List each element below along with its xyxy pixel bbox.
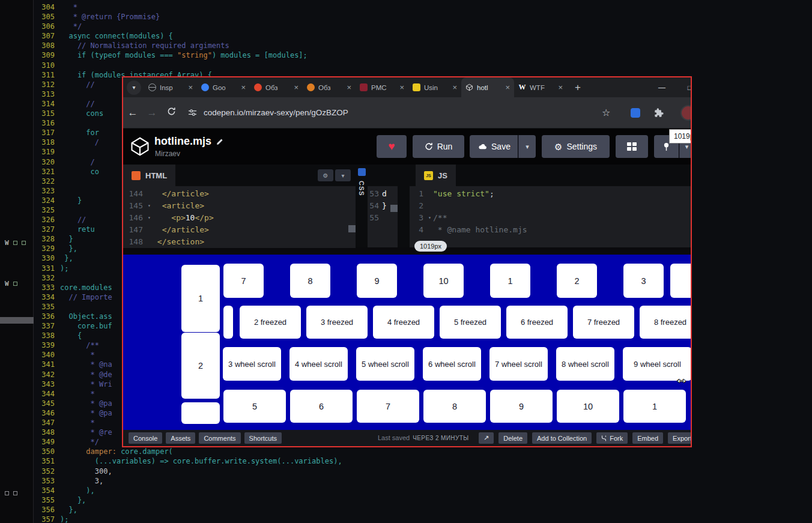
scrollbar-thumb[interactable] [348,225,356,232]
browser-tab[interactable]: W WTF × [514,77,567,97]
console-button[interactable]: Console [129,432,162,444]
panel-settings-button[interactable]: ⚙ [318,169,333,181]
hotline-card[interactable]: 7 [357,390,419,423]
tab-search-button[interactable]: ▾ [127,80,141,95]
export-button[interactable]: Export [668,432,692,444]
settings-button[interactable]: ⚙ Settings [542,135,610,158]
new-tab-button[interactable]: + [571,82,585,94]
fold-caret-icon[interactable]: ▾ [146,200,153,212]
browser-tab[interactable]: Обз × [250,77,303,97]
tab-js[interactable]: JS JS [416,165,456,186]
hotline-card[interactable]: 1 [623,390,686,423]
maximize-button[interactable]: □ [679,77,692,97]
shortcuts-button[interactable]: Shortcuts [244,432,282,444]
browser-tab[interactable]: Goo × [197,77,250,97]
hotline-card[interactable]: 1 [181,265,220,332]
delete-button[interactable]: Delete [498,432,527,444]
hotline-card[interactable]: 10 [557,390,619,423]
extensions-puzzle-icon[interactable] [654,108,664,120]
hotline-card[interactable]: 7 wheel scroll [489,347,548,381]
open-in-new-button[interactable]: ↗ [479,432,494,444]
close-icon[interactable]: × [347,83,351,92]
close-icon[interactable]: × [452,83,457,92]
hotline-card[interactable]: 5 [223,390,286,423]
hotline-card[interactable]: 7 freezed [573,306,634,339]
url-text[interactable]: codepen.io/mirzaev-sexy/pen/gOzBZOP [204,108,348,117]
hotline-card[interactable]: 4 wheel scroll [289,347,348,381]
address-bar[interactable]: codepen.io/mirzaev-sexy/pen/gOzBZOP [188,108,348,117]
add-to-collection-button[interactable]: Add to Collection [532,432,592,444]
fold-caret-icon[interactable]: ▾ [426,212,433,224]
panel-collapse-button[interactable]: ▾ [335,169,351,181]
close-icon[interactable]: × [505,83,510,92]
back-button[interactable]: ← [123,107,142,119]
hotline-card[interactable]: 9 [490,390,553,423]
change-view-button[interactable] [616,135,648,158]
panel-gutter[interactable] [398,165,410,247]
pen-author[interactable]: Mirzaev [155,150,180,158]
hotline-card[interactable]: 10 [423,264,464,298]
embed-button[interactable]: Embed [632,432,663,444]
hotline-card[interactable]: 8 freezed [640,306,691,339]
hotline-card[interactable]: 7 [223,264,264,298]
hotline-card[interactable]: 2 [181,333,220,399]
browser-tab-active[interactable]: hotl × [461,77,514,97]
hotline-card[interactable]: 8 [290,264,330,298]
hotline-card[interactable] [670,264,691,298]
codepen-logo-icon[interactable] [129,136,151,160]
browser-tab[interactable]: PMC × [356,77,408,97]
hotline-card[interactable]: 8 wheel scroll [556,347,614,381]
hotline-card[interactable]: 3 wheel scroll [223,347,281,381]
profile-avatar[interactable] [680,105,692,121]
hotline-card[interactable]: 6 [290,390,353,423]
hotline-card[interactable]: 6 freezed [506,306,568,339]
browser-tab[interactable]: Insp × [144,77,197,97]
gear-icon: ⚙ [554,142,562,151]
scrollbar-thumb[interactable] [390,205,398,212]
comments-button[interactable]: Comments [199,432,240,444]
hotline-card[interactable]: 2 freezed [240,306,301,339]
hotline-card[interactable]: 1 [490,264,530,298]
save-dropdown-button[interactable]: ▾ [518,135,536,158]
hotline-card[interactable]: 8 [423,390,486,423]
hotline-card[interactable]: 6 wheel scroll [423,347,481,381]
code-text: 3, [60,476,103,486]
close-icon[interactable]: × [558,83,563,92]
close-icon[interactable]: × [188,83,193,92]
tab-html[interactable]: HTML [123,165,175,186]
code-text: if (typeof modules === "string") modules… [60,50,308,60]
hotline-card[interactable]: 4 freezed [373,306,434,339]
hotline-card[interactable]: 9 [357,264,397,298]
minimize-button[interactable]: — [652,77,672,97]
hotline-card[interactable]: 3 freezed [306,306,368,339]
bookmark-star-icon[interactable]: ☆ [602,107,610,118]
love-button[interactable]: ♥ [377,135,407,158]
browser-tab[interactable]: Usin × [408,77,461,97]
browser-tab[interactable]: Обз × [303,77,356,97]
hotline-card[interactable]: 2 [557,264,597,298]
run-button[interactable]: Run [413,135,464,158]
save-button[interactable]: Save [470,135,518,158]
hotline-card[interactable]: 3 [623,264,664,298]
hotline-card[interactable] [181,402,220,424]
fork-button[interactable]: Fork [596,432,628,444]
forward-button[interactable]: → [142,107,162,119]
editor-preview-divider[interactable] [123,247,691,255]
reload-button[interactable] [162,107,181,119]
edit-pencil-icon[interactable] [216,138,224,145]
hotline-card[interactable] [223,306,233,339]
fold-caret-icon[interactable]: ▾ [146,212,153,224]
hotline-card[interactable]: 5 freezed [440,306,501,339]
close-icon[interactable]: × [241,83,246,92]
hotline-card[interactable]: 5 wheel scroll [356,347,414,381]
html-code-editor[interactable]: 144 ▾ </article> 145 ▾ <article> 146 ▾ <… [123,186,356,248]
extension-icon[interactable] [631,108,640,118]
css-code-editor[interactable]: 53 d 54 } 55 [368,186,398,247]
line-number: 3 [410,212,426,224]
scrollbar-thumb[interactable] [0,317,34,324]
js-code-editor[interactable]: 1 ▾ "use strict"; 2 ▾ 3 ▾ /** 4 ▾ [410,186,691,247]
close-icon[interactable]: × [399,83,404,92]
css-panel-collapsed[interactable]: CSS [356,165,368,247]
close-icon[interactable]: × [294,83,298,92]
assets-button[interactable]: Assets [166,432,195,444]
